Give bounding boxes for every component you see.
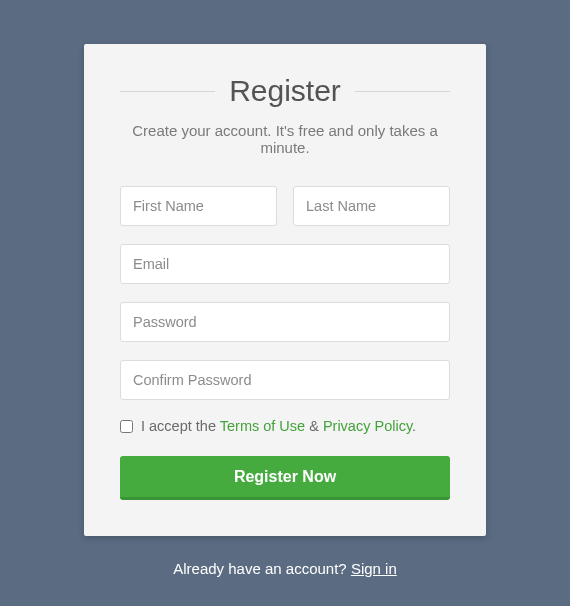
register-card: Register Create your account. It's free … [84, 44, 486, 536]
accept-separator: & [305, 418, 323, 434]
register-button[interactable]: Register Now [120, 456, 450, 500]
accept-text: I accept the Terms of Use & Privacy Poli… [141, 418, 416, 434]
email-wrap [120, 244, 450, 284]
accept-prefix: I accept the [141, 418, 220, 434]
privacy-link[interactable]: Privacy Policy [323, 418, 412, 434]
email-input[interactable] [120, 244, 450, 284]
password-input[interactable] [120, 302, 450, 342]
footer-prompt: Already have an account? [173, 560, 351, 577]
header-row: Register [120, 74, 450, 108]
last-name-input[interactable] [293, 186, 450, 226]
header-line-right [355, 91, 450, 92]
accept-row: I accept the Terms of Use & Privacy Poli… [120, 418, 450, 434]
name-row [120, 186, 450, 226]
first-name-input[interactable] [120, 186, 277, 226]
password-wrap [120, 302, 450, 342]
confirm-password-wrap [120, 360, 450, 400]
footer: Already have an account? Sign in [173, 560, 397, 577]
accept-suffix: . [412, 418, 416, 434]
subtitle: Create your account. It's free and only … [120, 122, 450, 156]
header-line-left [120, 91, 215, 92]
confirm-password-input[interactable] [120, 360, 450, 400]
signin-link[interactable]: Sign in [351, 560, 397, 577]
accept-checkbox[interactable] [120, 420, 133, 433]
page-title: Register [229, 74, 341, 108]
terms-link[interactable]: Terms of Use [220, 418, 305, 434]
